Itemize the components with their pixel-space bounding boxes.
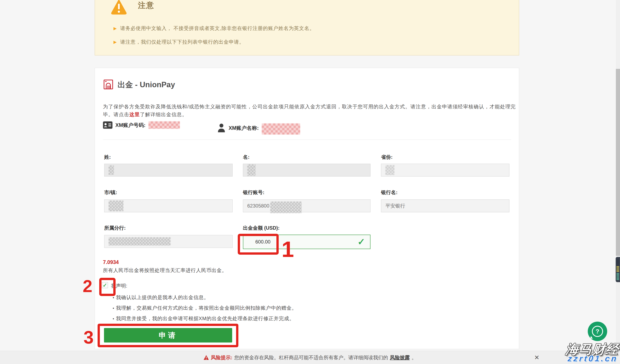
bank-account-input[interactable]: 62305800 <box>243 199 371 212</box>
account-number-label: XM账户号码: <box>115 122 146 129</box>
declaration-item: 我理解，交易账户任何方式的出金，将按照出金金额同比例扣除账户中的赠金。 <box>113 305 297 311</box>
exchange-rate-note: 所有人民币出金将按照处理当天汇率进行人民币出金。 <box>103 267 227 274</box>
question-glyph: ? <box>596 328 599 335</box>
declaration-item: 我同意并接受，我的出金申请可根据XM的出金优先处理条款进行修正并完成。 <box>113 315 297 322</box>
notice-box: 注意 ▶ 请务必使用中文输入， 不接受拼音或者英文,除非您在银行注册的账户姓名为… <box>95 0 519 55</box>
help-button[interactable]: ? <box>588 322 607 341</box>
here-link[interactable]: 这里 <box>129 112 140 117</box>
exchange-rate: 7.0934 <box>103 259 119 265</box>
close-icon[interactable]: ✕ <box>534 354 539 361</box>
first-name-label: 名: <box>243 154 371 160</box>
province-input[interactable] <box>381 164 509 177</box>
city-redacted <box>108 200 124 211</box>
notice-title: 注意 <box>138 0 155 11</box>
city-label: 市/镇: <box>104 189 232 196</box>
notice-bullet: ▶ 请务必使用中文输入， 不接受拼音或者英文,除非您在银行注册的账户姓名为英文名… <box>113 25 315 32</box>
province-redacted <box>385 165 394 175</box>
amount-label: 出金金额 (USD): <box>243 225 371 231</box>
first-name-input[interactable] <box>243 164 371 177</box>
risk-warning-bar: 风险提示: 您的资金存在风险。杠杆商品可能不适合所有客户。请详细阅读我们的风险披… <box>0 351 620 364</box>
last-name-redacted <box>108 165 114 175</box>
branch-input[interactable] <box>104 235 232 248</box>
edge-widget-yellow-stripes <box>617 266 619 273</box>
person-icon <box>217 123 226 133</box>
first-name-redacted <box>247 164 256 176</box>
annotation-number-2: 2 <box>83 277 93 295</box>
card-title: 出金 - UnionPay <box>118 80 175 90</box>
amount-value: 600.00 <box>255 239 270 245</box>
card-title-row: 出金 - UnionPay <box>103 79 175 90</box>
description-text: 了解详细出金信息。 <box>140 112 187 117</box>
annotation-number-1: 1 <box>281 238 294 260</box>
account-name-group: XM账户名称: <box>217 121 300 135</box>
last-name-input[interactable] <box>104 164 232 177</box>
account-name-redacted <box>262 123 300 135</box>
risk-warning-content: 风险提示: 您的资金存在风险。杠杆商品可能不适合所有客户。请详细阅读我们的风险披… <box>0 351 620 364</box>
account-number-redacted <box>148 121 180 129</box>
bank-name-input[interactable]: 平安银行 <box>381 199 509 212</box>
warning-triangle-icon <box>109 0 128 16</box>
section-divider <box>103 139 511 140</box>
account-info-row: XM账户号码: XM账户名称: <box>103 121 512 135</box>
bank-name-value: 平安银行 <box>385 203 405 209</box>
notice-bullet-text: 请务必使用中文输入， 不接受拼音或者英文,除非您在银行注册的账户姓名为英文名。 <box>120 25 314 32</box>
bullet-arrow-icon: ▶ <box>113 40 117 44</box>
bank-account-redacted <box>270 201 302 213</box>
declaration-checkbox[interactable]: ✓ <box>102 282 108 288</box>
branch-label: 所属分行: <box>104 225 232 231</box>
notice-bullet-text: 请注意，我们仅处理以下下拉列表中银行的出金申请。 <box>120 39 244 45</box>
declaration-list: 我确认以上提供的是我本人的出金信息。 我理解，交易账户任何方式的出金，将按照出金… <box>113 294 297 322</box>
bank-name-label: 银行名: <box>381 189 509 196</box>
notice-bullet-list: ▶ 请务必使用中文输入， 不接受拼音或者英文,除非您在银行注册的账户姓名为英文名… <box>113 25 315 45</box>
withdrawal-bank-icon <box>103 79 113 90</box>
valid-checkmark-icon: ✓ <box>357 237 365 246</box>
help-bubble-tail <box>590 336 593 339</box>
declaration-label: 我声明: <box>111 283 127 289</box>
edge-extension-widget[interactable] <box>616 257 620 282</box>
watermark-url: zzrt01.cn <box>567 354 618 363</box>
risk-label: 风险提示: <box>211 354 232 361</box>
card-description: 为了保护各方免受欺诈及降低洗钱和/或恐怖主义融资的可能性，公司出金款项只能依原入… <box>103 103 518 119</box>
amount-input[interactable]: 600.00 ✓ <box>243 235 371 249</box>
account-name-label: XM账户名称: <box>229 125 259 132</box>
apply-button[interactable]: 申请 <box>104 328 232 343</box>
checkbox-checkmark-icon: ✓ <box>103 283 107 288</box>
account-number-group: XM账户号码: <box>103 121 180 129</box>
bank-account-label: 银行账号: <box>243 189 371 196</box>
help-question-icon: ? <box>592 326 603 337</box>
branch-redacted <box>108 237 170 245</box>
province-label: 省份: <box>381 154 509 160</box>
withdrawal-card: 出金 - UnionPay 为了保护各方免受欺诈及降低洗钱和/或恐怖主义融资的可… <box>95 68 519 349</box>
risk-text: 您的资金存在风险。杠杆商品可能不适合所有客户。请详细阅读我们的 <box>234 354 388 361</box>
notice-bullet: ▶ 请注意，我们仅处理以下下拉列表中银行的出金申请。 <box>113 39 315 45</box>
bullet-arrow-icon: ▶ <box>113 26 117 30</box>
scrollbar-thumb[interactable] <box>616 69 620 256</box>
city-input[interactable] <box>104 199 232 212</box>
last-name-label: 姓: <box>104 154 232 160</box>
risk-triangle-icon <box>203 355 209 360</box>
id-card-icon <box>103 121 112 129</box>
edge-widget-dark-stripes <box>617 258 619 266</box>
risk-text-suffix: 。 <box>412 354 417 361</box>
edge-widget-teal-stripes <box>617 273 619 280</box>
annotation-number-3: 3 <box>83 328 94 347</box>
declaration-item: 我确认以上提供的是我本人的出金信息。 <box>113 294 297 301</box>
risk-disclosure-link[interactable]: 风险披露 <box>390 354 410 361</box>
bank-account-visible-digits: 62305800 <box>247 203 269 209</box>
